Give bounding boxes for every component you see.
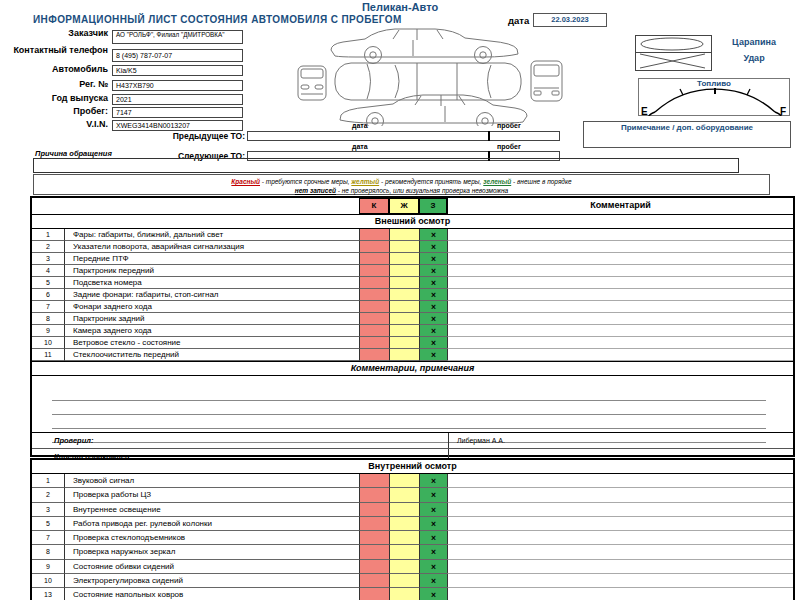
row-label: Состояние напольных ковров [64, 588, 359, 600]
inspection-row: 5Работа привода рег. рулевой колонки× [32, 517, 793, 531]
status-mark: × [419, 229, 447, 241]
reason-label: Причина обращения [35, 149, 112, 158]
row-label: Состояние обивки сидений [64, 560, 359, 574]
comment-cell [447, 289, 793, 301]
comment-cell [447, 574, 793, 588]
row-label: Камера заднего хода [64, 325, 359, 337]
status-yellow-cell [389, 588, 419, 600]
row-number: 10 [32, 337, 64, 349]
status-yellow-cell [389, 289, 419, 301]
comment-cell [447, 229, 793, 241]
row-number: 13 [32, 588, 64, 600]
interior-inspection-table: Внутренний осмотр 1Звуковой сигнал×2Пров… [30, 458, 795, 600]
row-label: Проверка наружных зеркал [64, 545, 359, 559]
comment-cell [447, 265, 793, 277]
form-field-car: Автомобиль Kia/K5 [0, 65, 108, 75]
status-yellow-cell [389, 277, 419, 289]
status-red-cell [359, 337, 389, 349]
status-mark: × [419, 560, 447, 574]
status-yellow-cell [389, 531, 419, 545]
row-number: 2 [32, 241, 64, 253]
comment-cell [447, 517, 793, 531]
customer-field: АО "РОЛЬФ", Филиал "ДМИТРОВКА" [112, 30, 243, 44]
status-mark: × [419, 337, 447, 349]
previous-service-row: Предыдущее ТО: [0, 131, 600, 142]
form-field-year: Год выпуска 2021 [0, 94, 108, 104]
row-number: 8 [32, 545, 64, 559]
year-field: 2021 [112, 94, 243, 105]
status-mark: × [419, 588, 447, 600]
write-in-line [52, 401, 766, 415]
previous-service-label: Предыдущее ТО: [120, 131, 245, 141]
impact-label: Удар [712, 53, 796, 63]
status-mark: × [419, 517, 447, 531]
comment-cell [447, 488, 793, 502]
status-mark: × [419, 301, 447, 313]
row-number: 5 [32, 517, 64, 531]
comment-column-header: Комментарий [447, 198, 793, 214]
row-label: Указатели поворота, аварийная сигнализац… [64, 241, 359, 253]
comment-cell [447, 503, 793, 517]
status-mark: × [419, 313, 447, 325]
date-field: 22.03.2023 [533, 13, 607, 27]
scratch-symbol-cell [636, 36, 711, 53]
status-mark: × [419, 325, 447, 337]
row-number: 9 [32, 325, 64, 337]
row-label: Передние ПТФ [64, 253, 359, 265]
status-red-cell [359, 545, 389, 559]
page-title: ИНФОРМАЦИОННЫЙ ЛИСТ СОСТОЯНИЯ АВТОМОБИЛЯ… [33, 14, 402, 25]
damage-symbols-box [635, 35, 712, 71]
comment-cell [447, 337, 793, 349]
status-yellow-cell [389, 241, 419, 253]
exterior-rows: 1Фары: габариты, ближний, дальний свет×2… [32, 229, 793, 361]
status-red-cell [359, 349, 389, 361]
fuel-gauge-arc: E F [639, 88, 789, 116]
row-label: Проверка работы ЦЗ [64, 488, 359, 502]
status-mark: × [419, 574, 447, 588]
status-red-cell [359, 488, 389, 502]
status-red-cell [359, 229, 389, 241]
scratch-label: Царапина [712, 37, 796, 47]
status-yellow-cell [389, 301, 419, 313]
header-spacer [32, 198, 359, 214]
inspection-row: 9Состояние обивки сидений× [32, 560, 793, 574]
row-label: Фонари заднего хода [64, 301, 359, 313]
status-red-cell [359, 301, 389, 313]
row-label: Проверка стеклоподъемников [64, 531, 359, 545]
date-column-label: дата [352, 143, 368, 150]
status-mark: × [419, 349, 447, 361]
legend-word: зеленый [483, 178, 511, 185]
comment-cell [447, 325, 793, 337]
status-mark: × [419, 289, 447, 301]
status-red-cell [359, 474, 389, 488]
status-yellow-cell [389, 574, 419, 588]
comment-cell [447, 253, 793, 265]
legend-word: нет записей [295, 187, 336, 194]
date-label: дата [508, 15, 529, 26]
red-column-header: К [359, 198, 389, 214]
row-number: 9 [32, 560, 64, 574]
form-field-plate: Рег. № Н437ХВ790 [0, 80, 108, 90]
status-yellow-cell [389, 474, 419, 488]
car-diagram-svg [295, 26, 565, 126]
vehicle-inspection-sheet: Пеликан-Авто ИНФОРМАЦИОННЫЙ ЛИСТ СОСТОЯН… [0, 0, 800, 600]
legend-line-2: нет записей - не проверялось, или визуал… [34, 186, 769, 195]
inspection-row: 3Передние ПТФ× [32, 253, 793, 265]
row-label: Электрорегулировка сидений [64, 574, 359, 588]
field-label: Рег. № [0, 80, 108, 90]
inspection-row: 2Проверка работы ЦЗ× [32, 488, 793, 502]
field-label: Год выпуска [0, 94, 108, 104]
legend-word: - внешне в порядке [511, 178, 571, 185]
row-number: 10 [32, 574, 64, 588]
row-label: Парктроник задний [64, 313, 359, 325]
status-yellow-cell [389, 229, 419, 241]
row-number: 2 [32, 488, 64, 502]
status-red-cell [359, 588, 389, 600]
inspection-row: 9Камера заднего хода× [32, 325, 793, 337]
form-field-customer: Заказчик АО "РОЛЬФ", Филиал "ДМИТРОВКА" [0, 29, 108, 39]
status-red-cell [359, 574, 389, 588]
row-number: 3 [32, 253, 64, 265]
checked-by-value: Либерман А.А. [449, 433, 793, 448]
row-number: 7 [32, 531, 64, 545]
yellow-column-header: Ж [389, 198, 419, 214]
